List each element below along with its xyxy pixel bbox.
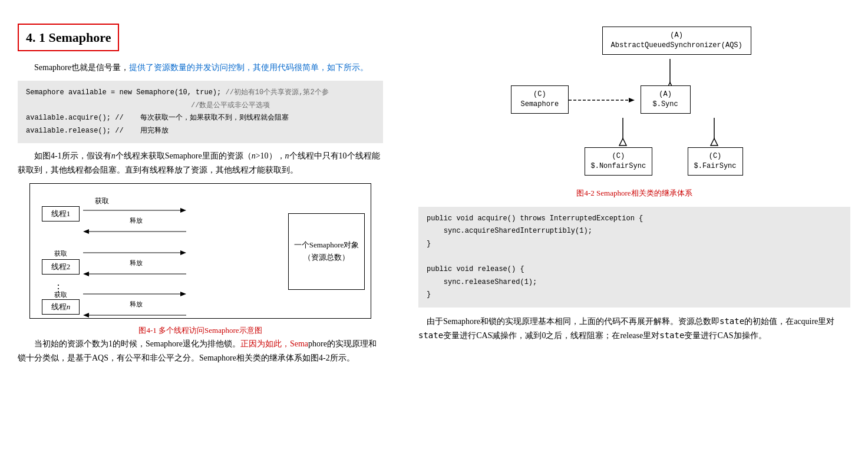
code-block-1: Semaphore available = new Semaphore(10, … bbox=[18, 81, 383, 143]
thread2-get-row bbox=[83, 249, 189, 257]
aqs-type: (A) bbox=[611, 31, 742, 41]
thread1-release-arrow bbox=[83, 227, 189, 236]
fair-type: (C) bbox=[694, 151, 737, 161]
nonfair-name: $.NonfairSync bbox=[591, 161, 646, 171]
thread2-get-arrow bbox=[83, 249, 189, 257]
thread1-get-arrow bbox=[83, 206, 189, 214]
thread2-arrows: 释放 bbox=[83, 249, 189, 278]
svg-marker-3 bbox=[83, 229, 89, 234]
thread2-release-row bbox=[83, 270, 189, 278]
thread-diagram: 获取 线程1 释放 获取 线程2 释放 bbox=[29, 183, 371, 319]
code2-line-5: public void release() { bbox=[427, 263, 842, 276]
threadn-release-row bbox=[83, 311, 189, 319]
thread-box-2: 线程2 bbox=[42, 259, 80, 275]
get-label-n: 获取 bbox=[42, 290, 80, 300]
semaphore-inh-type: (C) bbox=[521, 90, 559, 100]
para2: 如图4-1所示，假设有n个线程来获取Semaphore里面的资源（n>10），n… bbox=[18, 149, 383, 177]
nonfair-box: (C) $.NonfairSync bbox=[585, 147, 653, 176]
thread-box-1: 线程1 bbox=[42, 206, 80, 222]
semaphore-inh-name: Semaphore bbox=[521, 100, 559, 110]
svg-marker-11 bbox=[83, 313, 89, 318]
svg-marker-9 bbox=[180, 292, 186, 296]
semaphore-label: 一个Semaphore对象 bbox=[294, 239, 359, 252]
sync-box: (A) $.Sync bbox=[641, 85, 691, 114]
semaphore-inh-box: (C) Semaphore bbox=[511, 85, 569, 114]
code-block-2: public void acquire() throws Interrupted… bbox=[418, 207, 850, 308]
code2-line-2: sync.acquireSharedInterruptibly(1); bbox=[427, 225, 842, 238]
threadn-release-label: 释放 bbox=[83, 299, 189, 310]
threadn-release-arrow bbox=[83, 311, 189, 319]
caption1: 图4-1 多个线程访问Semaphore示意图 bbox=[18, 325, 383, 337]
svg-marker-19 bbox=[629, 98, 635, 103]
semaphore-sublabel: （资源总数） bbox=[303, 252, 349, 264]
aqs-box: (A) AbstractQueuedSynchronizer(AQS) bbox=[602, 27, 751, 55]
thread2-release-arrow bbox=[83, 270, 189, 278]
aqs-name: AbstractQueuedSynchronizer(AQS) bbox=[611, 41, 742, 51]
fair-box: (C) $.FairSync bbox=[688, 147, 743, 176]
thread1-arrows: 释放 bbox=[83, 206, 189, 236]
section-title: 4. 1 Semaphore bbox=[18, 24, 119, 51]
para3: 当初始的资源个数为1的时候，Semaphore退化为排他锁。正因为如此，Sema… bbox=[18, 337, 383, 365]
para3-red: 正因为如此，Sema bbox=[240, 339, 308, 348]
threadn-get-arrow bbox=[83, 290, 189, 298]
thread1-release-label: 释放 bbox=[83, 216, 189, 226]
code2-line-4 bbox=[427, 251, 842, 264]
threadn-arrows: 释放 bbox=[83, 290, 189, 319]
para1: Semaphore也就是信号量，提供了资源数量的并发访问控制，其使用代码很简单，… bbox=[18, 61, 383, 75]
nonfair-type: (C) bbox=[591, 151, 646, 161]
left-column: 4. 1 Semaphore Semaphore也就是信号量，提供了资源数量的并… bbox=[0, 12, 401, 454]
thread1-get-row bbox=[83, 206, 189, 214]
arrow-label-get-top: 获取 bbox=[95, 196, 109, 207]
sync-type: (A) bbox=[653, 90, 678, 100]
code2-line-3: } bbox=[427, 238, 842, 251]
svg-marker-1 bbox=[180, 208, 186, 213]
semaphore-box: 一个Semaphore对象 （资源总数） bbox=[288, 213, 365, 290]
code-line-3: available.acquire(); // 每次获取一个，如果获取不到，则线… bbox=[26, 112, 375, 125]
code2-line-1: public void acquire() throws Interrupted… bbox=[427, 213, 842, 226]
svg-marker-15 bbox=[619, 138, 626, 146]
svg-marker-7 bbox=[83, 272, 89, 276]
svg-marker-5 bbox=[180, 250, 186, 255]
code2-line-6: sync.releaseShared(1); bbox=[427, 276, 842, 289]
thread-box-n: 线程n bbox=[42, 299, 80, 315]
inheritance-diagram: (A) AbstractQueuedSynchronizer(AQS) (A) … bbox=[493, 24, 776, 183]
svg-marker-17 bbox=[711, 138, 718, 146]
get-label-2: 获取 bbox=[42, 249, 80, 259]
para1-text: Semaphore也就是信号量， bbox=[34, 63, 129, 72]
code2-line-7: } bbox=[427, 289, 842, 302]
threadn-get-row bbox=[83, 290, 189, 298]
para1-blue: 提供了资源数量的并发访问控制，其使用代码很简单，如下所示。 bbox=[129, 63, 368, 72]
sync-name: $.Sync bbox=[653, 100, 678, 110]
thread2-release-label: 释放 bbox=[83, 258, 189, 269]
caption2: 图4-2 Semaphore相关类的继承体系 bbox=[418, 187, 850, 200]
code-line-4: available.release(); // 用完释放 bbox=[26, 125, 375, 138]
fair-name: $.FairSync bbox=[694, 161, 737, 171]
code-line-2: //数是公平或非公平选项 bbox=[26, 100, 375, 113]
para4: 由于Semaphore和锁的实现原理基本相同，上面的代码不再展开解释。资源总数即… bbox=[418, 315, 850, 343]
code-line-1: Semaphore available = new Semaphore(10, … bbox=[26, 87, 375, 100]
right-column: (A) AbstractQueuedSynchronizer(AQS) (A) … bbox=[401, 12, 868, 454]
thread1-release-row bbox=[83, 227, 189, 236]
